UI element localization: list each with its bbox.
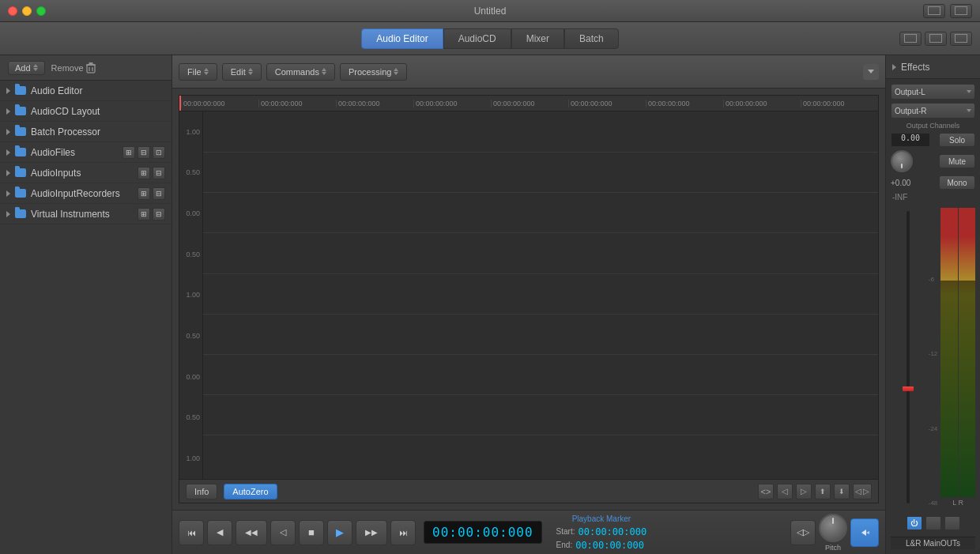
fader-meter-area: -6 -12 -24 -48 L R [891,205,975,510]
folder-icon [15,168,26,177]
folder-icon [15,127,26,136]
sidebar-item-audio-files[interactable]: AudioFiles ⊞ ⊟ ⊡ [0,142,172,163]
nav-btn-1[interactable]: ◁ [777,484,793,499]
close-button[interactable] [8,6,17,16]
maximize-button[interactable] [36,6,46,16]
minimize-button[interactable] [22,6,32,16]
start-time-value: 00:00:00:000 [579,526,647,537]
power-button[interactable]: ⏻ [906,516,922,530]
y-label-050-2: 0.50 [186,251,200,258]
transport-bar: ⏮ ◀ ◀◀ ◁ ■ ▶ ▶▶ ⏭ 00:00:00:000 Playback … [172,510,885,554]
output-channels-label: Output Channels [891,122,975,130]
inf-label: -INF [892,193,907,202]
l-meter-fill [940,281,957,498]
file-menu-button[interactable]: File [179,63,217,81]
traffic-lights [8,6,46,16]
window-layout-btn-2[interactable] [950,4,972,18]
remove-button[interactable]: Remove [51,62,96,73]
code-icon[interactable]: <> [758,484,774,499]
db-input[interactable]: 0.00 [891,133,930,147]
fader-thumb[interactable] [903,386,914,391]
processing-menu-button[interactable]: Processing [340,63,407,81]
chevron-icon [6,211,10,217]
item-actions: ⊞ ⊟ [138,167,165,179]
item-action-icon-1[interactable]: ⊞ [138,208,150,220]
y-label-000-1: 0.00 [186,209,200,217]
grid-line [203,435,878,435]
item-action-icon-1[interactable]: ⊞ [138,167,150,179]
output-l-select[interactable]: Output-L [891,84,975,100]
lr-meters: L R [940,208,975,507]
info-button[interactable]: Info [186,484,217,499]
fast-forward-button[interactable]: ▶▶ [356,520,387,545]
sidebar-item-audio-editor[interactable]: Audio Editor [0,81,172,101]
pan-knob[interactable] [891,150,913,172]
window-layout-btn-1[interactable] [923,4,945,18]
commands-menu-button[interactable]: Commands [266,63,335,81]
processing-label: Processing [349,67,391,77]
go-start-button[interactable]: ⏮ [179,520,204,545]
mono-button[interactable]: Mono [939,175,975,190]
nav-btn-5[interactable]: ◁ ▷ [853,484,872,499]
nav-btn-2[interactable]: ▷ [796,484,812,499]
status-btn-3[interactable] [944,516,960,530]
tab-layout-btn-3[interactable] [950,32,972,46]
chevron-icon [6,149,10,156]
tab-layout-btn-1[interactable] [899,32,922,46]
sidebar-item-label: AudioFiles [31,147,118,158]
tab-batch[interactable]: Batch [564,28,619,49]
output-l-arrow [967,90,971,93]
sidebar-item-batch-processor[interactable]: Batch Processor [0,122,172,142]
item-action-icon-1[interactable]: ⊞ [138,187,150,200]
tab-bar-right-controls [899,32,972,46]
item-action-icon-1[interactable]: ⊞ [122,146,135,159]
pitch-knob[interactable] [819,514,847,542]
db-solo-row: 0.00 Solo [891,133,975,147]
meter-label-48: -48 [929,499,938,507]
status-btn-2[interactable] [925,516,941,530]
add-button[interactable]: Add [8,61,45,75]
item-action-icon-2[interactable]: ⊟ [153,187,165,200]
content-area: File Edit Commands [172,55,885,554]
item-action-icon-2[interactable]: ⊟ [138,146,150,159]
nav-btn-3[interactable]: ⬆ [815,484,831,499]
sidebar-item-audio-inputs[interactable]: AudioInputs ⊞ ⊟ [0,163,172,183]
playback-marker-container: Playback Marker Start: 00:00:00:000 End:… [556,514,647,551]
tab-audio-cd[interactable]: AudioCD [443,28,511,49]
play-button[interactable]: ▶ [327,520,352,545]
effects-label: Effects [901,62,929,73]
monitor-button[interactable]: ◁▷ [790,520,816,545]
title-bar-controls [923,4,972,18]
chevron-icon [6,170,10,176]
meter-labels: -6 -12 -24 -48 [929,208,938,507]
output-r-arrow [967,109,971,112]
dropdown-arrow[interactable] [863,64,879,80]
file-label: File [187,67,202,77]
autozero-button[interactable]: AutoZero [224,484,277,499]
item-action-icon-2[interactable]: ⊟ [153,208,165,220]
fader-rail[interactable] [906,211,910,503]
nav-btn-4[interactable]: ⬇ [834,484,850,499]
sidebar-item-label: AudioInputs [31,168,133,179]
edit-menu-button[interactable]: Edit [222,63,262,81]
mute-button[interactable]: Mute [939,154,975,168]
svg-rect-0 [87,65,95,73]
output-r-select[interactable]: Output-R [891,103,975,119]
go-end-button[interactable]: ⏭ [390,520,416,545]
meter-label-6: -6 [929,276,938,283]
back-button[interactable]: ◁ [270,520,296,545]
prev-button[interactable]: ◀ [207,520,232,545]
waveform-tracks[interactable] [203,111,878,479]
solo-button[interactable]: Solo [939,133,975,147]
sidebar-item-audio-cd[interactable]: AudioCD Layout [0,101,172,122]
tab-mixer[interactable]: Mixer [511,28,564,49]
rewind-button[interactable]: ◀◀ [236,520,267,545]
sidebar-item-virtual-instruments[interactable]: Virtual Instruments ⊞ ⊟ [0,204,172,224]
tab-audio-editor[interactable]: Audio Editor [361,28,443,49]
item-action-icon-3[interactable]: ⊡ [153,146,165,159]
stop-button[interactable]: ■ [299,520,324,545]
tab-layout-btn-2[interactable] [925,32,947,46]
sidebar-item-audio-input-recorders[interactable]: AudioInputRecorders ⊞ ⊟ [0,183,172,204]
record-button[interactable] [850,518,879,547]
item-action-icon-2[interactable]: ⊟ [153,167,165,179]
